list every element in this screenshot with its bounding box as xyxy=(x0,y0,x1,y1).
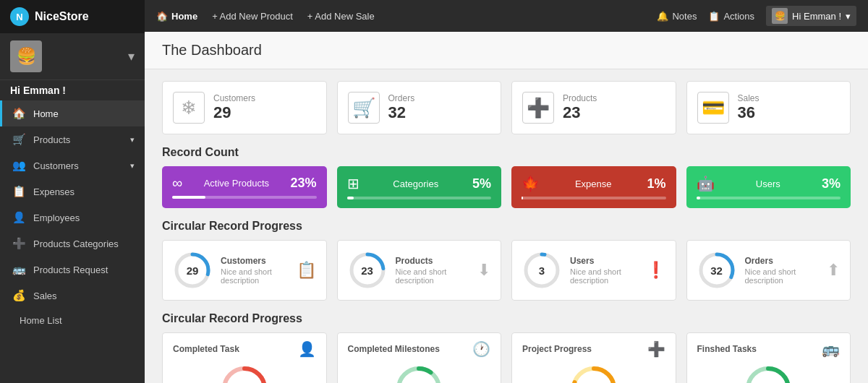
dashboard-header: The Dashboard xyxy=(145,32,868,69)
circ-card-users: 3 Users Nice and short description ❗ xyxy=(511,240,676,301)
circ-value: 23 xyxy=(361,264,373,277)
sidebar-item-products[interactable]: 🛒 Products ▾ xyxy=(0,126,145,152)
nav-icon: 💰 xyxy=(12,289,26,302)
nav-icon: 👥 xyxy=(12,159,26,172)
circ-card-icon: ⬇ xyxy=(477,261,490,280)
task-circ-wrapper: 1 xyxy=(393,363,444,383)
nav-label: Products xyxy=(33,134,70,145)
nav-label: Sales xyxy=(33,291,57,301)
circ-card-products: 23 Products Nice and short description ⬇ xyxy=(337,240,502,301)
stat-card-label: Customers xyxy=(213,93,255,103)
notes-button[interactable]: 🔔 Notes xyxy=(657,11,697,22)
sidebar-item-customers[interactable]: 👥 Customers ▾ xyxy=(0,152,145,178)
task-card-icon: 👤 xyxy=(298,340,316,358)
task-circ-wrapper: 32 xyxy=(743,363,793,383)
nav-label: Home List xyxy=(20,315,62,326)
record-card-label: Users xyxy=(756,178,780,189)
circ-info-desc: Nice and short description xyxy=(396,267,469,285)
sidebar-item-products-request[interactable]: 🚌 Products Request xyxy=(0,257,145,283)
user-pill-name: Hi Emman ! xyxy=(792,11,841,22)
task-card-label: Finshed Tasks xyxy=(697,344,757,354)
circ-info: Products Nice and short description xyxy=(396,256,469,285)
stat-card-label: Sales xyxy=(738,93,760,103)
stat-card-info: Customers 29 xyxy=(213,93,255,122)
bell-icon: 🔔 xyxy=(657,11,668,22)
circular-title1: Circular Record Progress xyxy=(162,220,851,233)
sidebar-item-employees[interactable]: 👤 Employees xyxy=(0,205,145,231)
topbar-nav: 🏠 Home + Add New Product + Add New Sale xyxy=(156,11,375,22)
record-card-bar xyxy=(172,196,317,199)
task-card-finshed-tasks: Finshed Tasks 🚌 32 xyxy=(686,332,851,383)
nav-icon: ➕ xyxy=(12,237,26,250)
circ-card-orders: 32 Orders Nice and short description ⬆ xyxy=(686,240,851,301)
topbar-nav-label: + Add New Sale xyxy=(307,11,375,22)
sidebar-item-home[interactable]: 🏠 Home xyxy=(0,100,145,126)
task-card-label: Project Progress xyxy=(522,344,592,354)
task-cards: Completed Task 👤 23 Completed Milestones… xyxy=(162,332,851,383)
logo-icon: N xyxy=(10,7,29,26)
notes-label: Notes xyxy=(672,11,697,22)
circ-info-label: Customers xyxy=(221,256,288,266)
record-card-icon: ⊞ xyxy=(347,175,359,192)
nav-icon: 🚌 xyxy=(12,263,26,276)
sidebar-nav: 🏠 Home 🛒 Products ▾👥 Customers ▾📋 Expens… xyxy=(0,100,145,332)
sidebar-item-expenses[interactable]: 📋 Expenses xyxy=(0,178,145,205)
nav-label: Products Categories xyxy=(33,238,119,249)
topbar-nav-home[interactable]: 🏠 Home xyxy=(156,11,197,22)
stat-card-icon: ➕ xyxy=(522,92,554,124)
stat-card-value: 29 xyxy=(213,103,255,122)
sidebar-username: Hi Emman ! xyxy=(0,80,145,100)
circ-wrapper: 23 xyxy=(348,251,387,290)
topbar-nav--add-new-sale[interactable]: + Add New Sale xyxy=(307,11,375,22)
nav-icon: 👤 xyxy=(12,211,26,224)
task-card-header: Project Progress ➕ xyxy=(522,340,665,358)
sidebar-item-sales[interactable]: 💰 Sales xyxy=(0,283,145,309)
circ-info-desc: Nice and short description xyxy=(745,267,819,285)
record-card-bar-fill xyxy=(347,197,354,199)
stat-card-label: Orders xyxy=(388,93,415,103)
record-card-label: Active Products xyxy=(204,178,269,189)
sidebar-item-home-list[interactable]: Home List xyxy=(0,309,145,332)
nav-label: Expenses xyxy=(33,186,75,197)
chevron-icon: ▾ xyxy=(130,161,135,171)
stat-card-sales: 💳 Sales 36 xyxy=(686,81,851,134)
task-circ-wrapper: 23 xyxy=(219,363,270,383)
record-card-active-products: ∞ Active Products 23% xyxy=(162,166,327,208)
chevron-down-icon: ▾ xyxy=(846,11,851,22)
user-menu-button[interactable]: ▾ xyxy=(128,48,135,64)
record-card-icon: 🤖 xyxy=(697,175,715,192)
circ-info-label: Products xyxy=(396,256,469,266)
record-card-icon: ∞ xyxy=(172,175,182,192)
circ-info: Users Nice and short description xyxy=(570,256,637,285)
chevron-icon: ▾ xyxy=(130,135,135,145)
record-card-label: Categories xyxy=(393,178,438,189)
circ-info-desc: Nice and short description xyxy=(221,267,288,285)
task-card-header: Finshed Tasks 🚌 xyxy=(697,340,841,358)
topbar: 🏠 Home + Add New Product + Add New Sale … xyxy=(145,0,868,32)
circ-wrapper: 3 xyxy=(522,251,561,290)
user-pill[interactable]: 🍔 Hi Emman ! ▾ xyxy=(766,6,856,26)
stat-card-customers: ❄ Customers 29 xyxy=(162,81,327,134)
record-card-icon: 🍁 xyxy=(522,175,540,192)
topbar-icon: 🏠 xyxy=(156,11,168,22)
record-card-bar xyxy=(522,197,666,199)
stat-card-info: Sales 36 xyxy=(738,93,760,122)
record-card-bar-fill xyxy=(522,197,523,199)
clipboard-icon: 📋 xyxy=(708,11,720,22)
record-card-top: ∞ Active Products 23% xyxy=(172,175,317,192)
record-cards: ∞ Active Products 23% ⊞ Categories 5% 🍁 … xyxy=(162,166,851,208)
circ-card-icon: ⬆ xyxy=(827,261,840,280)
sidebar-item-products-categories[interactable]: ➕ Products Categories xyxy=(0,231,145,257)
record-card-pct: 1% xyxy=(647,176,665,192)
nav-label: Home xyxy=(33,108,59,119)
topbar-nav--add-new-product[interactable]: + Add New Product xyxy=(212,11,293,22)
circ-wrapper: 32 xyxy=(697,251,736,290)
topbar-nav-label: + Add New Product xyxy=(212,11,293,22)
actions-button[interactable]: 📋 Actions xyxy=(708,11,754,22)
record-count-title: Record Count xyxy=(162,146,851,159)
task-circ-wrapper: 29 xyxy=(569,363,619,383)
circ-card-customers: 29 Customers Nice and short description … xyxy=(162,240,327,301)
nav-icon: 🛒 xyxy=(12,133,26,146)
stat-card-icon: 💳 xyxy=(697,92,729,124)
record-card-pct: 3% xyxy=(822,176,841,192)
